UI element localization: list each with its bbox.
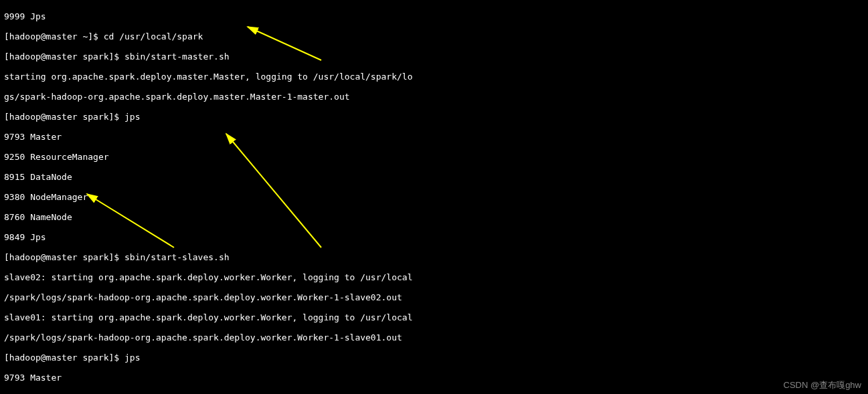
terminal-line: [hadoop@master ~]$ cd /usr/local/spark (4, 31, 864, 41)
terminal-line: 9849 Jps (4, 232, 864, 242)
terminal-line: /spark/logs/spark-hadoop-org.apache.spar… (4, 292, 864, 302)
master-terminal[interactable]: 9999 Jps [hadoop@master ~]$ cd /usr/loca… (0, 0, 868, 394)
terminal-line: 9380 NodeManager (4, 192, 864, 202)
terminal-line: 8915 DataNode (4, 172, 864, 182)
terminal-line: [hadoop@master spark]$ sbin/start-slaves… (4, 252, 864, 262)
watermark: CSDN @查布嘎ghw (784, 380, 862, 390)
terminal-line: 9250 ResourceManager (4, 152, 864, 162)
terminal-line: 9793 Master (4, 373, 864, 383)
terminal-line: 9999 Jps (4, 11, 864, 21)
terminal-line: slave02: starting org.apache.spark.deplo… (4, 272, 864, 282)
terminal-line: [hadoop@master spark]$ sbin/start-master… (4, 52, 864, 62)
terminal-line: [hadoop@master spark]$ jps (4, 353, 864, 363)
terminal-line: [hadoop@master spark]$ jps (4, 112, 864, 122)
terminal-line: starting org.apache.spark.deploy.master.… (4, 72, 864, 82)
terminal-line: 8760 NameNode (4, 212, 864, 222)
terminal-line: gs/spark-hadoop-org.apache.spark.deploy.… (4, 92, 864, 102)
terminal-line: 9793 Master (4, 132, 864, 142)
terminal-line: slave01: starting org.apache.spark.deplo… (4, 312, 864, 322)
terminal-line: /spark/logs/spark-hadoop-org.apache.spar… (4, 332, 864, 342)
